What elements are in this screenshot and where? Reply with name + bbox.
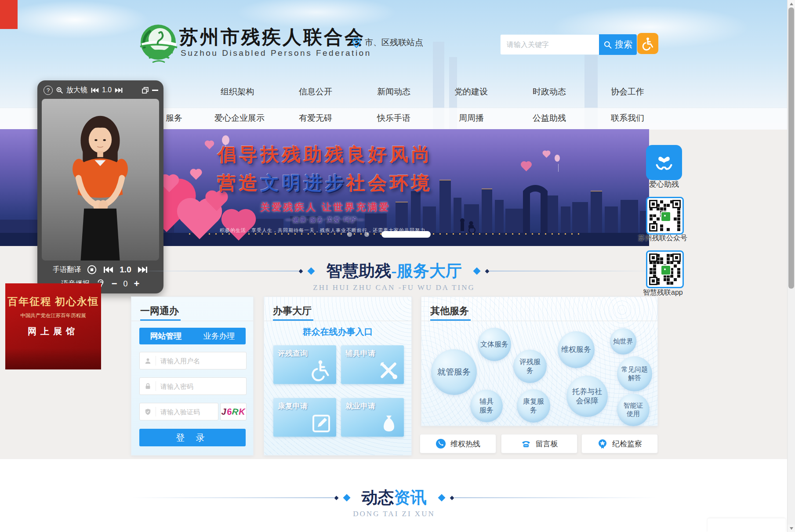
password-field [139,377,247,395]
phone-circle-icon [436,438,446,449]
bubble-smart-card[interactable]: 智能证使用 [617,394,650,426]
login-button[interactable]: 登 录 [139,429,246,446]
window-restore-icon[interactable] [142,87,149,94]
service-hall-heading: 智慧助残-服务大厅 [131,260,657,282]
exhibit-hall-label: 网上展馆 [5,326,101,337]
playback-rate: 1.0 [102,86,112,94]
lock-icon [140,381,156,391]
help-icon[interactable]: ? [44,86,53,95]
nav-item-organization[interactable]: 组织架构 [221,86,254,98]
nav-item-public-welfare[interactable]: 公益助残 [533,112,566,124]
nav-item-services[interactable]: 服务 [166,112,182,124]
carousel-indicators [347,231,431,238]
magnifier-label: 放大镜 [66,86,87,95]
accessibility-button[interactable] [637,33,658,54]
search-button[interactable]: 搜索 [599,34,637,55]
captcha-input[interactable] [156,408,218,416]
bubble-assessment-service[interactable]: 评残服务 [513,350,547,383]
news-title-blue: 资讯 [394,489,427,507]
wechat-qr-code [646,197,684,235]
carousel-dot[interactable] [364,232,369,237]
scrollbar-thumb[interactable] [788,7,794,289]
search-button-label: 搜索 [615,39,632,51]
wechat-qr-label: 苏州残联公众号 [638,234,687,243]
scrollbar-up-arrow[interactable] [788,0,795,7]
nav-item-association-work[interactable]: 协会工作 [611,86,644,98]
station-sites-link[interactable]: 市、区残联站点 [352,37,423,48]
tile-rehab-application[interactable]: 康复申请 [273,398,336,437]
minimize-icon[interactable] [152,90,158,91]
other-services-panel: 其他服务 文体服务 维权服务 灿世界 就管服务 评残服务 常见问题解答 辅具服务… [421,297,658,426]
sign-label: 手语翻译 [53,265,81,275]
carousel-dot-active[interactable] [381,231,431,238]
page: 苏州市残疾人联合会 Suzhou Disabled Persons Federa… [0,0,795,532]
others-panel-title: 其他服务 [430,304,469,318]
love-assist-tile[interactable] [646,145,682,180]
bubble-rights-protection[interactable]: 维权服务 [558,331,595,368]
service-hall-subtitle: ZHI HUI ZHU CAN -FU WU DA TING [131,283,657,292]
hall-panel-title: 办事大厅 [273,304,312,318]
scrollbar-down-arrow[interactable] [788,525,795,532]
rights-hotline-button[interactable]: 维权热线 [420,434,496,453]
nav-item-caring-companies[interactable]: 爱心企业展示 [214,112,265,124]
discipline-inspection-button[interactable]: 纪检监察 [581,434,658,453]
bubble-rehab-service[interactable]: 康复服务 [517,389,550,423]
login-tabs: 网站管理 业务办理 [139,328,246,344]
message-board-button[interactable]: 留言板 [501,434,577,453]
bubble-assistive-service[interactable]: 辅具服务 [470,390,503,422]
tile-assistive-device[interactable]: 辅具申请 [341,345,404,384]
exhibit-subtitle: 中国共产党在江苏百年历程展 [5,312,101,319]
edit-icon [311,413,332,434]
captcha-image[interactable]: J6RK [220,403,247,420]
avatar-scene [42,99,159,261]
site-logo[interactable] [138,22,179,64]
nav-item-weekly-broadcast[interactable]: 周周播 [459,112,484,124]
money-bag-icon [378,413,399,434]
shield-icon [140,407,156,416]
skip-back-icon[interactable] [91,87,99,94]
bubble-faq[interactable]: 常见问题解答 [617,356,652,391]
password-input[interactable] [156,383,246,390]
nav-item-politics[interactable]: 时政动态 [533,86,566,98]
sign-language-avatar [42,99,159,261]
love-assist-label: 爱心助残 [649,179,679,189]
avatar-toolbar: ? 放大镜 1.0 [44,84,158,96]
magnifier-icon [603,40,612,49]
nav-item-contact-us[interactable]: 联系我们 [611,112,644,124]
tab-business-handling[interactable]: 业务办理 [203,331,235,341]
bubble-can-world[interactable]: 灿世界 [610,328,636,355]
slogan-line3: 关爱残疾人 让世界充满爱 [163,201,488,214]
nav-item-info-disclosure[interactable]: 信息公开 [299,86,332,98]
wheelchair-icon [641,36,655,51]
bubble-care-social-security[interactable]: 托养与社会保障 [566,376,608,417]
site-subtitle: Suzhou Disabled Persons Federation [181,48,371,58]
bubble-employment-mgmt[interactable]: 就管服务 [431,349,477,395]
volume-down-button[interactable]: − [112,279,117,289]
wheelchair-icon [309,358,332,381]
bubble-culture-sports[interactable]: 文体服务 [478,328,511,361]
search-input[interactable] [500,34,599,55]
login-panel-title: 一网通办 [140,304,179,318]
search-bar: 搜索 [500,34,637,55]
skip-back-icon[interactable] [103,266,113,274]
online-exhibit-banner[interactable]: 百年征程 初心永恒 中国共产党在江苏百年历程展 网上展馆 [5,283,101,369]
tile-employment-application[interactable]: 就业申请 [341,398,404,437]
slogan-line4: —健康·服务·关爱·呵护— [163,216,488,224]
captcha-field [139,403,218,420]
carousel-dot[interactable] [347,232,352,237]
slogan-line2: 营造文明进步社会环境 [163,171,488,195]
nav-item-barrier-free[interactable]: 有爱无碍 [299,112,332,124]
sign-rate: 1.0 [120,265,131,275]
section-title-dark: 智慧助残 [326,262,391,280]
tab-site-management[interactable]: 网站管理 [150,331,182,341]
tile-disability-assessment[interactable]: 评残查询 [273,345,336,384]
stop-icon[interactable] [87,265,97,275]
magnifier-icon[interactable] [56,87,63,94]
location-pin-icon [352,37,361,48]
exhibit-title: 百年征程 初心永恒 [5,295,101,308]
nav-item-party-building[interactable]: 党的建设 [454,86,488,98]
username-input[interactable] [156,357,246,365]
skip-forward-icon[interactable] [115,87,123,94]
nav-item-news[interactable]: 新闻动态 [377,86,410,98]
nav-item-happy-sign-language[interactable]: 快乐手语 [377,112,410,124]
